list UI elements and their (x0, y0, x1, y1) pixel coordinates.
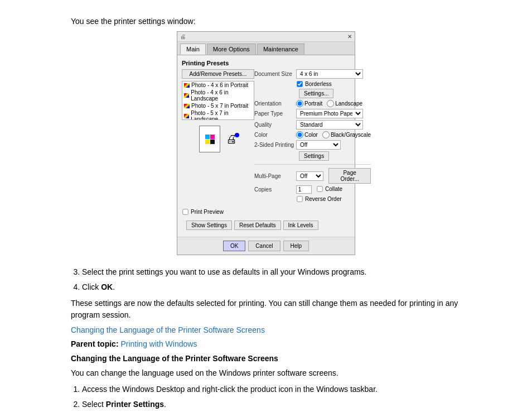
tab-maintenance[interactable]: Maintenance (257, 44, 304, 55)
portrait-text: Portrait (304, 100, 322, 107)
dialog-tabs: Main More Options Maintenance (177, 42, 355, 55)
ok-button[interactable]: OK (223, 241, 245, 251)
orientation-label: Orientation (254, 100, 296, 107)
settings-button[interactable]: Settings... (299, 89, 333, 98)
copies-input[interactable]: 1 (296, 185, 312, 194)
dialog-footer: OK Cancel Help (177, 237, 355, 255)
quality-select[interactable]: Standard (296, 120, 363, 130)
multipage-select[interactable]: Off (296, 171, 323, 181)
reverse-order-row: Reverse Order (296, 195, 371, 204)
document-size-select[interactable]: 4 x 6 in (296, 69, 363, 79)
list-item: Photo - 5 x 7 in Landscape (182, 109, 254, 120)
cancel-button[interactable]: Cancel (248, 241, 280, 251)
preset-icon (184, 83, 190, 88)
paragraph: These settings are now the defaults sele… (71, 298, 461, 321)
magenta-block (210, 135, 215, 139)
section2-step2-prefix: Select (82, 400, 106, 409)
add-remove-presets-button[interactable]: Add/Remove Presets... (182, 69, 254, 79)
color-row (205, 135, 215, 139)
portrait-radio[interactable] (296, 100, 303, 107)
reverse-order-label[interactable]: Reverse Order (296, 195, 342, 203)
borderless-checkbox-label[interactable]: Borderless (296, 80, 371, 88)
paper-type-value: Premium Photo Paper Glossy (296, 109, 371, 118)
preset-label: Photo - 4 x 6 in Landscape (191, 89, 252, 102)
steps-list: Select the print settings you want to us… (82, 266, 461, 293)
multipage-label: Multi-Page (254, 173, 296, 179)
link-para: Changing the Language of the Printer Sof… (71, 324, 461, 336)
step4-suffix: . (113, 282, 115, 291)
two-sided-select[interactable]: Off (296, 140, 341, 150)
grayscale-label[interactable]: Black/Grayscale (322, 131, 371, 138)
page-order-button[interactable]: Page Order... (328, 168, 371, 184)
paper-type-row: Paper Type Premium Photo Paper Glossy (254, 109, 371, 118)
preview-page (199, 126, 220, 152)
collate-label[interactable]: Collate (316, 185, 342, 193)
color-blocks (205, 135, 215, 144)
cyan-block (205, 135, 210, 139)
settings2-button[interactable]: Settings (299, 151, 329, 161)
section2-step1: Access the Windows Desktop and right-cli… (82, 384, 461, 395)
section-link[interactable]: Changing the Language of the Printer Sof… (71, 325, 265, 334)
two-sided-value: Off (296, 140, 371, 150)
left-panel: Add/Remove Presets... Photo - 4 x 6 in P… (182, 69, 254, 158)
borderless-value: Borderless Settings... (296, 80, 371, 98)
parent-topic-label: Parent topic: (71, 339, 119, 348)
color-radio-group: Color Black/Grayscale (296, 131, 371, 138)
section2-step2-suffix: . (164, 400, 166, 409)
print-preview-label[interactable]: Print Preview (182, 208, 224, 215)
show-settings-button[interactable]: Show Settings (186, 221, 232, 230)
copies-controls: 1 Collate (296, 185, 342, 194)
orientation-value: Portrait Landscape (296, 100, 371, 107)
color-radio[interactable] (296, 131, 303, 138)
collate-checkbox[interactable] (317, 186, 322, 191)
close-button[interactable]: ✕ (347, 33, 352, 40)
printer-dialog: 🖨 ✕ Main More Options Maintenance Printi… (177, 31, 355, 255)
color-text: Color (304, 132, 318, 138)
list-item: Photo - 5 x 7 in Portrait (182, 102, 254, 109)
orientation-row: Orientation Portrait Landscap (254, 100, 371, 107)
print-preview-checkbox[interactable] (182, 209, 188, 214)
preset-label: Photo - 5 x 7 in Landscape (191, 110, 252, 120)
reverse-order-text: Reverse Order (305, 196, 342, 202)
quality-label: Quality (254, 122, 296, 128)
help-button[interactable]: Help (283, 241, 309, 251)
borderless-checkbox[interactable] (297, 81, 302, 87)
borderless-row: Borderless Settings... (254, 80, 371, 98)
reverse-order-checkbox[interactable] (297, 196, 302, 202)
color-value: Color Black/Grayscale (296, 131, 371, 138)
reset-defaults-button[interactable]: Reset Defaults (234, 221, 281, 230)
preview-area: 🖨 (182, 120, 254, 158)
main-row: Add/Remove Presets... Photo - 4 x 6 in P… (182, 69, 350, 205)
step-3: Select the print settings you want to us… (82, 266, 461, 278)
color-label: Color (254, 132, 296, 138)
step-4: Click OK. (82, 281, 461, 293)
print-preview-row: Print Preview (182, 208, 350, 217)
page-container: You see the printer settings window: 🖨 ✕… (71, 0, 461, 412)
color-row (205, 140, 215, 144)
printer-icon: 🖨 (226, 133, 237, 146)
printing-presets-title: Printing Presets (182, 60, 350, 66)
paper-type-label: Paper Type (254, 111, 296, 117)
list-item: Photo - 4 x 6 in Portrait (182, 82, 254, 89)
landscape-label[interactable]: Landscape (327, 100, 362, 107)
preset-icon (184, 104, 190, 108)
paper-type-select[interactable]: Premium Photo Paper Glossy (296, 109, 363, 118)
collate-text: Collate (325, 186, 342, 192)
document-size-label: Document Size (254, 71, 296, 77)
section2-step2-bold: Printer Settings (106, 400, 164, 409)
ink-levels-button[interactable]: Ink Levels (283, 221, 318, 230)
tab-main[interactable]: Main (180, 44, 206, 55)
multipage-value: Off Page Order... (296, 168, 371, 184)
portrait-label[interactable]: Portrait (296, 100, 322, 107)
landscape-radio[interactable] (327, 100, 334, 107)
grayscale-radio[interactable] (322, 131, 330, 138)
copies-row: Copies 1 Collate (254, 185, 371, 194)
section2-step2: Select Printer Settings. (82, 399, 461, 410)
tab-more-options[interactable]: More Options (207, 44, 256, 55)
preset-icon (184, 93, 189, 98)
preset-label: Photo - 5 x 7 in Portrait (191, 103, 248, 109)
step4-bold: OK (101, 282, 113, 291)
color-option-label[interactable]: Color (296, 131, 318, 138)
parent-topic-link[interactable]: Printing with Windows (120, 339, 197, 348)
quality-value: Standard (296, 120, 371, 130)
